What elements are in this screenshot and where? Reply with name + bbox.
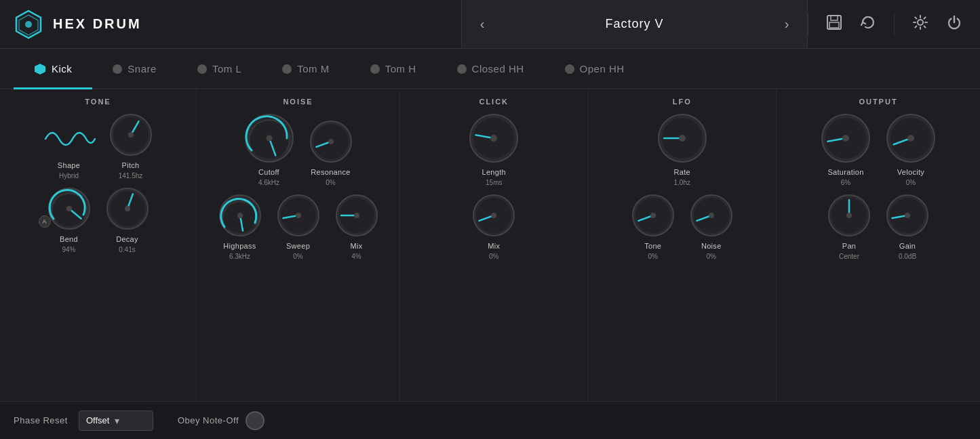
lfo-noise-knob-container: Noise 0% [688,192,735,260]
gain-knob[interactable] [884,192,931,239]
tab-tom-h[interactable]: Tom H [350,50,437,89]
click-title: CLICK [479,98,509,106]
svg-point-55 [846,213,852,218]
sweep-knob[interactable] [275,192,322,239]
click-mix-knob[interactable] [470,192,517,239]
bend-label: Bend [60,235,78,243]
reload-button[interactable] [859,13,878,36]
settings-button[interactable] [911,13,930,36]
lfo-row1: Rate 1.0hz [655,111,709,186]
tone-section: TONE Shape Hybrid [0,89,197,401]
hex-drum-logo-icon [14,9,43,39]
shape-label: Shape [58,161,80,169]
instrument-tabs: Kick Snare Tom L Tom M Tom H Closed HH O… [0,49,980,89]
cutoff-sub: 4.6kHz [258,179,279,186]
cutoff-knob-container: Cutoff 4.6kHz [242,111,296,186]
pitch-knob[interactable] [107,111,155,159]
lfo-tone-knob[interactable] [629,192,677,239]
save-button[interactable] [825,13,844,36]
lfo-noise-knob[interactable] [688,192,735,239]
svg-point-6 [918,20,923,25]
power-icon [945,13,964,32]
svg-point-16 [125,206,130,211]
sweep-knob-container: Sweep 0% [275,192,322,260]
click-length-knob[interactable] [467,111,521,165]
save-icon [825,13,844,32]
svg-point-13 [66,206,72,211]
saturation-knob[interactable] [819,111,873,165]
settings-icon [911,13,930,32]
noise-mix-sub: 4% [351,253,361,260]
resonance-label: Resonance [311,168,350,176]
snare-dot [113,64,122,74]
pitch-sub: 141.5hz [119,172,143,180]
lfo-rate-knob-container: Rate 1.0hz [655,111,709,186]
highpass-knob[interactable] [216,192,264,239]
svg-point-10 [128,132,134,138]
offset-select[interactable]: Offset ▾ [79,411,153,431]
output-row2: Pan Center Gain 0.0dB [825,192,931,260]
cutoff-knob[interactable] [242,111,296,165]
pan-knob[interactable] [825,192,873,239]
shape-waveform-icon [42,123,96,154]
power-button[interactable] [945,13,964,36]
tab-tom-m[interactable]: Tom M [262,50,350,89]
click-row2: Mix 0% [470,192,517,260]
preset-next-button[interactable]: › [766,0,807,48]
tone-row2: A Bend 94% [45,185,151,253]
lfo-rate-label: Rate [674,168,690,176]
logo-section: HEX DRUM [0,9,461,39]
tab-kick-label: Kick [52,63,72,75]
output-section: OUTPUT Saturation 6% [777,89,980,401]
header: HEX DRUM ‹ Factory V › [0,0,980,49]
cutoff-knob-svg [242,111,296,165]
noise-mix-knob-svg [333,192,380,239]
tab-open-hh[interactable]: Open HH [545,50,645,89]
svg-point-34 [490,135,497,142]
highpass-knob-container: Highpass 6.3kHz [216,192,264,260]
resonance-sub: 0% [326,179,335,186]
click-mix-label: Mix [488,242,500,250]
svg-point-19 [266,135,272,142]
reload-icon [859,13,878,32]
lfo-noise-sub: 0% [707,253,716,260]
sweep-sub: 0% [293,253,302,260]
gain-knob-container: Gain 0.0dB [884,192,931,260]
noise-mix-knob-container: Mix 4% [333,192,380,260]
pan-sub: Center [839,253,859,260]
tab-tom-l-label: Tom L [212,63,241,75]
tab-snare[interactable]: Snare [92,50,177,89]
gain-sub: 0.0dB [899,253,916,260]
svg-marker-7 [35,64,45,75]
click-section: CLICK Length 15ms [400,89,589,401]
shape-sub: Hybrid [59,172,79,180]
decay-knob[interactable] [104,185,151,232]
svg-point-43 [650,213,656,218]
bend-knob[interactable] [45,185,93,232]
svg-point-37 [491,213,496,218]
noise-mix-knob[interactable] [333,192,380,239]
tab-closed-hh[interactable]: Closed HH [437,50,545,89]
noise-mix-label: Mix [350,242,362,250]
resonance-knob[interactable] [307,118,355,165]
decay-label: Decay [116,235,138,243]
velocity-knob[interactable] [884,111,938,165]
offset-chevron-icon: ▾ [115,415,119,426]
svg-point-28 [296,213,301,218]
obey-toggle[interactable] [246,411,264,430]
pan-label: Pan [842,242,856,250]
svg-point-49 [842,135,849,142]
preset-prev-button[interactable]: ‹ [462,0,503,48]
svg-point-46 [709,213,714,218]
svg-point-40 [679,135,686,142]
lfo-rate-sub: 1.0hz [674,179,690,186]
svg-point-2 [25,21,32,28]
lfo-rate-knob[interactable] [655,111,709,165]
tab-tom-m-label: Tom M [297,63,330,75]
tab-tom-l[interactable]: Tom L [177,50,262,89]
tab-kick[interactable]: Kick [14,50,92,89]
lfo-tone-sub: 0% [648,253,658,260]
header-actions [808,13,894,36]
pan-knob-container: Pan Center [825,192,873,260]
shape-display[interactable] [42,122,96,156]
